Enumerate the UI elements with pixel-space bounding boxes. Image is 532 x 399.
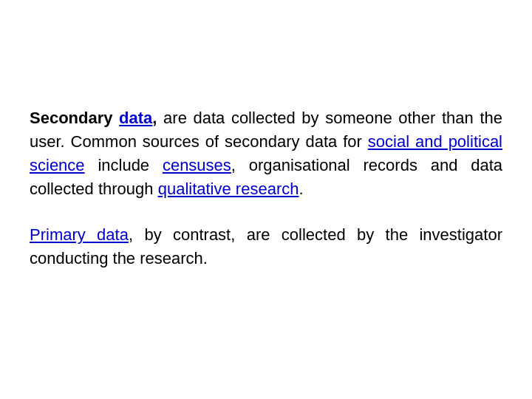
text-segment-2: include (85, 156, 163, 174)
qualitative-research-link[interactable]: qualitative research (158, 180, 299, 198)
secondary-bold: Secondary (30, 109, 119, 127)
data-link-1[interactable]: data (119, 109, 152, 127)
period-1: . (299, 180, 303, 198)
main-content: Secondary data, are data collected by so… (22, 92, 510, 307)
paragraph-1: Secondary data, are data collected by so… (30, 106, 502, 201)
paragraph-2: Primary data, by contrast, are collected… (30, 223, 502, 270)
primary-data-link[interactable]: Primary data (30, 225, 129, 244)
censuses-link[interactable]: censuses (163, 156, 231, 174)
